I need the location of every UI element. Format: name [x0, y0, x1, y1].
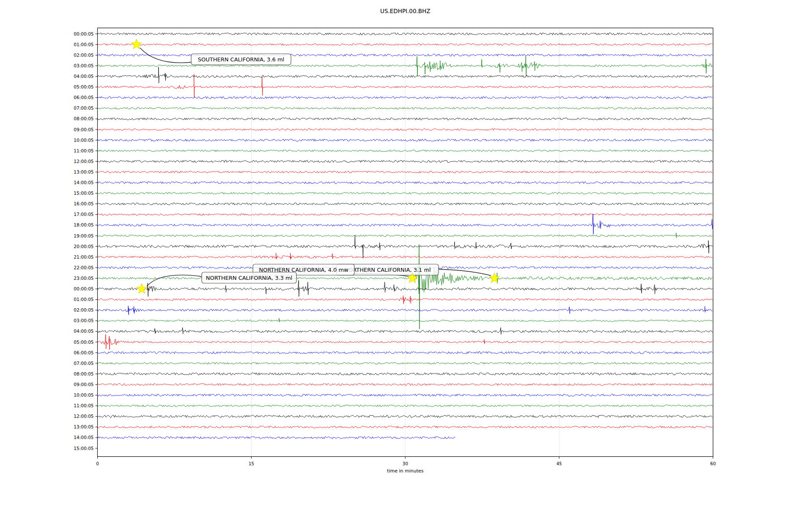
x-tick-label: 45: [556, 461, 562, 466]
trace-row-34-10:00:05: [98, 394, 713, 396]
y-tick-label: 07:00:05: [74, 361, 93, 366]
y-tick-label: 03:00:05: [74, 63, 93, 68]
y-tick-label: 11:00:05: [74, 403, 93, 408]
y-tick-label: 05:00:05: [74, 340, 93, 345]
y-tick-label: 05:00:05: [74, 84, 93, 89]
trace-row-6-06:00:05: [98, 97, 713, 99]
y-tick-label: 11:00:05: [74, 148, 93, 153]
y-tick-label: 21:00:05: [74, 254, 93, 260]
trace-row-29-05:00:05: [98, 334, 713, 350]
trace-row-15-15:00:05: [98, 192, 713, 194]
trace-row-25-01:00:05: [98, 296, 713, 304]
y-tick-label: 13:00:05: [74, 424, 93, 429]
trace-row-18-18:00:05: [98, 214, 713, 234]
trace-row-19-19:00:05: [98, 233, 713, 238]
y-tick-label: 00:00:05: [74, 286, 93, 291]
trace-row-28-04:00:05: [98, 328, 713, 334]
trace-row-30-06:00:05: [98, 351, 713, 353]
trace-row-0-00:00:05: [98, 33, 713, 35]
trace-row-1-01:00:05: [98, 44, 713, 45]
y-tick-label: 01:00:05: [74, 297, 93, 302]
trace-row-21-21:00:05: [98, 253, 713, 260]
y-tick-label: 22:00:05: [74, 265, 93, 270]
y-tick-label: 06:00:05: [74, 350, 93, 355]
y-tick-label: 12:00:05: [74, 159, 93, 164]
y-tick-label: 08:00:05: [74, 371, 93, 376]
trace-row-26-02:00:05: [98, 306, 713, 315]
trace-area: [98, 33, 713, 439]
y-tick-label: 19:00:05: [74, 233, 93, 238]
y-tick-label: 02:00:05: [74, 307, 93, 312]
y-tick-label: 18:00:05: [74, 222, 93, 227]
trace-row-17-17:00:05: [98, 214, 713, 215]
y-tick-label: 15:00:05: [74, 190, 93, 196]
annotations: SOUTHERN CALIFORNIA, 3.6 mlNORTHERN CALI…: [140, 48, 491, 286]
trace-row-16-16:00:05: [98, 203, 713, 205]
trace-row-14-14:00:05: [98, 182, 713, 184]
trace-row-5-05:00:05: [98, 75, 713, 98]
trace-row-32-08:00:05: [98, 373, 713, 375]
trace-row-36-12:00:05: [98, 415, 713, 418]
y-tick-label: 14:00:05: [74, 180, 93, 185]
y-tick-label: 09:00:05: [74, 127, 93, 132]
trace-row-7-07:00:05: [98, 108, 713, 109]
x-tick-label: 15: [249, 461, 254, 466]
y-tick-label: 15:00:05: [74, 446, 93, 451]
y-tick-label: 00:00:05: [74, 31, 93, 36]
annotation-arrow: [439, 269, 491, 276]
y-tick-label: 02:00:05: [74, 52, 93, 58]
seismogram-plot: 00:00:0501:00:0502:00:0503:00:0504:00:05…: [0, 0, 812, 508]
trace-row-37-13:00:05: [98, 426, 713, 428]
y-tick-label: 09:00:05: [74, 382, 93, 387]
x-axis-label: time in minutes: [387, 468, 424, 474]
y-tick-label: 14:00:05: [74, 435, 93, 440]
y-tick-label: 17:00:05: [74, 212, 93, 217]
event-star-icon: [131, 39, 142, 49]
trace-row-24-00:00:05: [98, 280, 713, 296]
trace-row-35-11:00:05: [98, 405, 713, 406]
event-star-icon: [137, 283, 147, 293]
y-tick-label: 06:00:05: [74, 95, 93, 100]
trace-row-4-04:00:05: [98, 67, 713, 83]
trace-row-27-03:00:05: [98, 318, 713, 322]
y-tick-label: 12:00:05: [74, 414, 93, 419]
annotation-label: NORTHERN CALIFORNIA, 4.0 mw: [259, 267, 348, 273]
annotation-label: NORTHERN CALIFORNIA, 3.1 ml: [344, 267, 431, 273]
y-tick-label: 10:00:05: [74, 392, 93, 398]
trace-row-11-11:00:05: [98, 150, 713, 152]
y-tick-label: 13:00:05: [74, 169, 93, 174]
trace-row-31-07:00:05: [98, 362, 713, 364]
trace-row-12-12:00:05: [98, 160, 713, 163]
trace-row-10-10:00:05: [98, 139, 713, 141]
trace-row-13-13:00:05: [98, 171, 713, 173]
y-tick-label: 07:00:05: [74, 105, 93, 110]
x-tick-label: 0: [96, 461, 99, 466]
annotation-arrow: [147, 275, 202, 286]
y-tick-label: 16:00:05: [74, 201, 93, 206]
trace-row-2-02:00:05: [98, 54, 713, 56]
trace-row-38-14:00:05: [98, 436, 455, 439]
seismogram-page: 00:00:0501:00:0502:00:0503:00:0504:00:05…: [0, 0, 812, 508]
chart-title: US.EDHPI.00.BHZ: [380, 8, 430, 14]
trace-row-33-09:00:05: [98, 384, 713, 386]
trace-row-9-09:00:05: [98, 129, 713, 130]
event-star-icon: [489, 273, 500, 283]
trace-row-20-20:00:05: [98, 235, 713, 258]
trace-row-3-03:00:05: [98, 56, 713, 76]
x-tick-label: 60: [710, 461, 716, 466]
event-annotation: SOUTHERN CALIFORNIA, 3.6 ml: [191, 54, 291, 65]
x-tick-label: 30: [403, 461, 408, 466]
y-tick-label: 10:00:05: [74, 138, 93, 143]
y-tick-label: 04:00:05: [74, 329, 93, 334]
annotation-label: SOUTHERN CALIFORNIA, 3.6 ml: [198, 56, 284, 63]
annotation-label: NORTHERN CALIFORNIA, 3.3 ml: [206, 275, 292, 281]
y-tick-label: 04:00:05: [74, 74, 93, 79]
y-tick-label: 23:00:05: [74, 276, 93, 281]
gridlines: [251, 28, 559, 457]
y-tick-label: 03:00:05: [74, 318, 93, 323]
y-tick-label: 20:00:05: [74, 244, 93, 249]
axes: 00:00:0501:00:0502:00:0503:00:0504:00:05…: [74, 8, 716, 474]
y-tick-label: 01:00:05: [74, 42, 93, 47]
y-tick-label: 08:00:05: [74, 116, 93, 121]
event-annotation: NORTHERN CALIFORNIA, 3.3 ml: [202, 272, 296, 283]
